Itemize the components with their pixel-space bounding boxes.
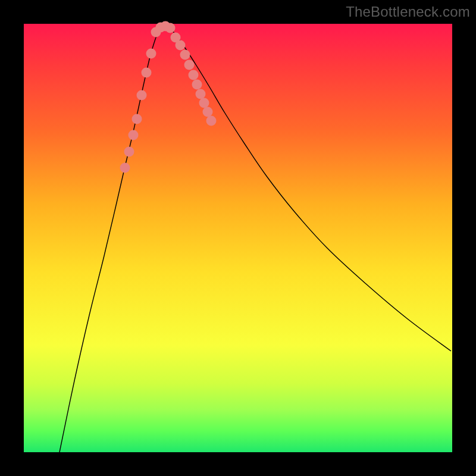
- highlight-dot: [146, 49, 156, 59]
- watermark-label: TheBottleneck.com: [346, 4, 470, 20]
- bottleneck-curve: [60, 26, 451, 452]
- highlight-dot: [176, 40, 186, 51]
- highlight-dot: [184, 60, 195, 70]
- highlight-dot: [124, 147, 134, 157]
- highlight-dot: [192, 80, 202, 90]
- highlight-dot: [129, 130, 139, 140]
- highlight-dot: [199, 98, 209, 108]
- highlight-dot: [132, 114, 142, 124]
- highlight-dot: [196, 89, 206, 99]
- highlight-dot: [137, 90, 147, 101]
- highlight-dots: [120, 21, 217, 173]
- plot-area: [24, 24, 452, 452]
- highlight-dot: [189, 70, 199, 80]
- highlight-dot: [206, 116, 217, 126]
- highlight-dot: [180, 50, 190, 60]
- highlight-dot: [165, 23, 176, 33]
- highlight-dot: [142, 68, 152, 78]
- highlight-dot: [203, 107, 213, 117]
- chart-frame: TheBottleneck.com: [0, 0, 476, 476]
- highlight-dot: [120, 163, 130, 173]
- curve-svg: [24, 24, 452, 452]
